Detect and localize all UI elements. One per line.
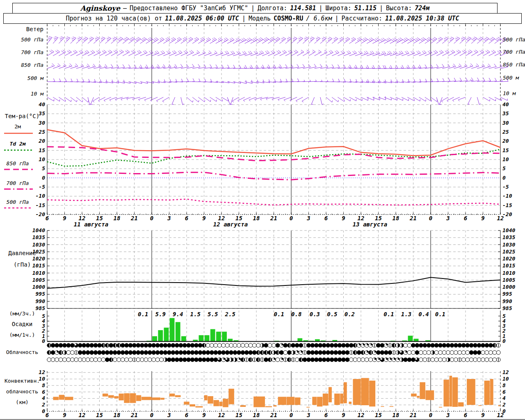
wind-barb-halffeather [201, 40, 202, 41]
wind-barb-feather [408, 65, 409, 68]
wind-barb-feather [169, 64, 171, 67]
cloud-okta-symbol [152, 343, 156, 347]
wind-barb [172, 97, 175, 104]
cloud-okta-symbol [225, 343, 229, 347]
cloud-okta-symbol [450, 351, 454, 355]
wind-barb-feather [150, 37, 153, 39]
wind-barb-feather [118, 80, 119, 83]
cloud-okta-symbol [342, 358, 346, 362]
wind-barb-feather [496, 38, 499, 40]
cloud-okta-symbol [377, 351, 381, 355]
axis-tick-label: -15 [36, 202, 46, 208]
wind-barb-feather [479, 38, 482, 40]
cloud-okta-symbol [160, 343, 164, 347]
wind-barb-halffeather [177, 40, 179, 41]
wind-barb-feather [281, 38, 284, 40]
cloud-okta-symbol [198, 351, 202, 355]
axis-tick-label: 2 [502, 402, 506, 408]
cloud-okta-symbol [190, 343, 194, 347]
wind-barb-halffeather [78, 40, 80, 41]
wind-barb-feather [489, 39, 493, 41]
wind-barb-feather [84, 38, 87, 40]
wind-barb-halffeather [69, 65, 71, 66]
wind-barb-feather [481, 50, 484, 52]
wind-barb-halffeather [393, 53, 394, 55]
wind-barb-halffeather [310, 80, 310, 82]
wind-barb-feather [194, 38, 197, 40]
wind-barb [326, 39, 332, 43]
cloud-okta-symbol [446, 351, 450, 355]
wind-barb [140, 52, 147, 56]
wind-barb-feather [402, 80, 403, 83]
wind-barb-feather [486, 51, 488, 53]
wind-barb-halffeather [376, 53, 377, 55]
wind-barb-halffeather [113, 40, 114, 41]
wind-barb-halffeather [217, 100, 217, 101]
wind-barb-feather [421, 39, 424, 41]
axis-tick-label: -5 [502, 184, 509, 190]
cloud-okta-symbol [90, 358, 94, 362]
wind-barb-feather [331, 50, 333, 52]
time-label-bottom: 9 [481, 412, 484, 418]
wind-barb-feather [475, 50, 478, 52]
wind-barb-halffeather [171, 40, 173, 41]
precip-bar [297, 338, 302, 341]
wind-barb-feather [487, 50, 490, 52]
wind-barb-feather [98, 50, 101, 52]
time-label: 21 [130, 215, 138, 221]
wind-barb-halffeather [84, 53, 86, 54]
wind-barb-feather [246, 39, 249, 41]
wind-barb [152, 40, 158, 44]
cloud-okta-symbol [136, 343, 140, 347]
wind-barb-feather [367, 65, 369, 68]
wind-barb [181, 39, 187, 43]
wind-barb-halffeather [299, 40, 300, 41]
wind-level-label-right: 850 гПа [503, 62, 525, 68]
cloud-okta-symbol [47, 351, 51, 355]
wind-barb [448, 52, 455, 56]
wind-barb-feather [434, 37, 437, 39]
wind-barb [192, 52, 199, 56]
wind-barb-feather [358, 51, 361, 54]
wind-barb [419, 39, 426, 43]
wind-barb-halffeather [399, 53, 400, 54]
time-label-bottom: 6 [464, 412, 467, 418]
cloud-okta-symbol [86, 343, 90, 347]
wind-barb-feather [248, 51, 251, 54]
time-label-bottom: 21 [130, 412, 138, 418]
wind-barb [82, 52, 89, 56]
wind-barb-halffeather [327, 80, 328, 82]
cloud-okta-symbol [163, 343, 167, 347]
wind-barb-feather [265, 39, 267, 41]
wind-barb-feather [78, 38, 81, 39]
cloud-okta-symbol [481, 343, 485, 347]
precip-bar [170, 318, 175, 341]
wind-barb [76, 97, 82, 102]
wind-barb-feather [353, 37, 356, 39]
wind-barb-halffeather [162, 101, 164, 103]
wind-barb-feather [75, 50, 78, 52]
wind-barb-halffeather [205, 100, 205, 102]
wind-barb-feather [375, 39, 378, 41]
wind-barb [413, 40, 420, 44]
cloud-okta-symbol [217, 343, 221, 347]
wind-barb-feather [300, 37, 303, 39]
time-label-bottom: 0 [150, 412, 153, 418]
wind-barb-feather [276, 51, 279, 53]
wind-barb-feather [457, 37, 460, 39]
wind-barb-feather [340, 38, 342, 40]
cloud-okta-symbol [473, 351, 477, 355]
cloud-okta-symbol [411, 358, 415, 362]
cloud-okta-symbol [140, 351, 144, 355]
time-label-bottom: 3 [306, 412, 310, 418]
wind-barb-feather [177, 38, 180, 40]
cloud-okta-symbol [380, 351, 384, 355]
wind-barb-feather [193, 78, 194, 82]
cloud-okta-symbol [438, 358, 443, 362]
wind-barb-halffeather [370, 53, 371, 55]
series-pressure [47, 277, 500, 288]
wind-barb-feather [278, 50, 281, 52]
wind-barb-feather [320, 64, 322, 67]
wind-barb-feather [274, 39, 277, 41]
cloud-okta-symbol [179, 343, 183, 347]
